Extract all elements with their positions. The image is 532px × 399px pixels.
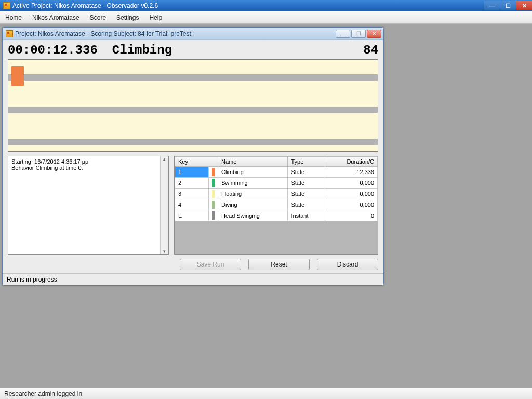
scoring-window-titlebar: Project: Nikos Aromatase - Scoring Subje… (3, 28, 383, 40)
run-status-label: Run is in progress. (3, 273, 383, 285)
scoring-window: Project: Nikos Aromatase - Scoring Subje… (2, 27, 384, 286)
mdi-workspace: Project: Nikos Aromatase - Scoring Subje… (0, 24, 532, 388)
event-log[interactable]: Starting: 16/7/2012 4:36:17 μμ Behavior … (8, 156, 169, 255)
cell-color (209, 178, 218, 189)
cell-key: 2 (175, 178, 209, 189)
menu-score[interactable]: Score (90, 14, 106, 21)
cell-name: Head Swinging (218, 210, 288, 221)
log-line: Behavior Climbing at time 0. (11, 165, 165, 171)
scoring-window-icon (6, 30, 13, 37)
timeline-track (8, 74, 378, 81)
app-statusbar: Researcher admin logged in (0, 388, 532, 399)
cell-key: 1 (175, 167, 209, 178)
table-row[interactable]: 3FloatingState0,000 (175, 189, 378, 200)
cell-type: State (288, 178, 325, 189)
current-behavior-label: Climbing (112, 43, 363, 57)
col-key[interactable]: Key (175, 157, 218, 167)
cell-name: Diving (218, 200, 288, 210)
cell-duration: 0,000 (325, 189, 377, 200)
discard-button[interactable]: Discard (317, 259, 378, 270)
timeline-event-marker (11, 66, 24, 86)
child-close-button[interactable]: ✕ (367, 30, 381, 38)
app-title: Active Project: Nikos Aromatase - Observ… (12, 2, 158, 9)
col-name[interactable]: Name (218, 157, 288, 167)
menu-home[interactable]: Home (5, 14, 22, 21)
col-duration[interactable]: Duration/C (325, 157, 377, 167)
cell-color (209, 210, 218, 221)
cell-duration: 0,000 (325, 200, 377, 210)
cell-key: 3 (175, 189, 209, 200)
timer-readout: 00:00:12.336 (8, 43, 98, 57)
cell-color (209, 167, 218, 178)
col-type[interactable]: Type (288, 157, 325, 167)
score-header: 00:00:12.336 Climbing 84 (3, 40, 383, 59)
cell-key: E (175, 210, 209, 221)
timeline-panel[interactable] (8, 59, 378, 152)
reset-button[interactable]: Reset (248, 259, 310, 270)
scrollbar[interactable] (160, 156, 168, 254)
app-titlebar: Active Project: Nikos Aromatase - Observ… (0, 0, 532, 11)
app-icon (3, 2, 10, 9)
status-text: Researcher admin logged in (4, 390, 82, 397)
window-close-button[interactable]: ✕ (516, 1, 532, 10)
menu-help[interactable]: Help (149, 14, 162, 21)
cell-type: Instant (288, 210, 325, 221)
scoring-window-title: Project: Nikos Aromatase - Scoring Subje… (15, 30, 193, 37)
table-row[interactable]: 2SwimmingState0,000 (175, 178, 378, 189)
cell-type: State (288, 200, 325, 210)
cell-duration: 0,000 (325, 178, 377, 189)
cell-name: Climbing (218, 167, 288, 178)
save-run-button[interactable]: Save Run (180, 259, 241, 270)
table-row[interactable]: 4DivingState0,000 (175, 200, 378, 210)
window-maximize-button[interactable]: ☐ (500, 1, 516, 10)
behavior-grid[interactable]: Key Name Type Duration/C 1ClimbingState1… (174, 156, 378, 255)
table-row[interactable]: 1ClimbingState12,336 (175, 167, 378, 178)
cell-duration: 12,336 (325, 167, 377, 178)
window-minimize-button[interactable]: — (484, 1, 500, 10)
child-maximize-button[interactable]: ☐ (351, 30, 366, 38)
cell-type: State (288, 189, 325, 200)
menu-settings[interactable]: Settings (116, 14, 139, 21)
cell-name: Floating (218, 189, 288, 200)
log-line: Starting: 16/7/2012 4:36:17 μμ (11, 158, 165, 165)
cell-key: 4 (175, 200, 209, 210)
subject-id-label: 84 (363, 43, 378, 57)
menu-project[interactable]: Nikos Aromatase (32, 14, 79, 21)
timeline-track (8, 107, 378, 113)
child-minimize-button[interactable]: — (336, 30, 350, 38)
menubar: Home Nikos Aromatase Score Settings Help (0, 11, 532, 24)
cell-color (209, 200, 218, 210)
cell-color (209, 189, 218, 200)
table-row[interactable]: EHead SwingingInstant0 (175, 210, 378, 221)
timeline-track (8, 139, 378, 145)
cell-type: State (288, 167, 325, 178)
cell-name: Swimming (218, 178, 288, 189)
cell-duration: 0 (325, 210, 377, 221)
